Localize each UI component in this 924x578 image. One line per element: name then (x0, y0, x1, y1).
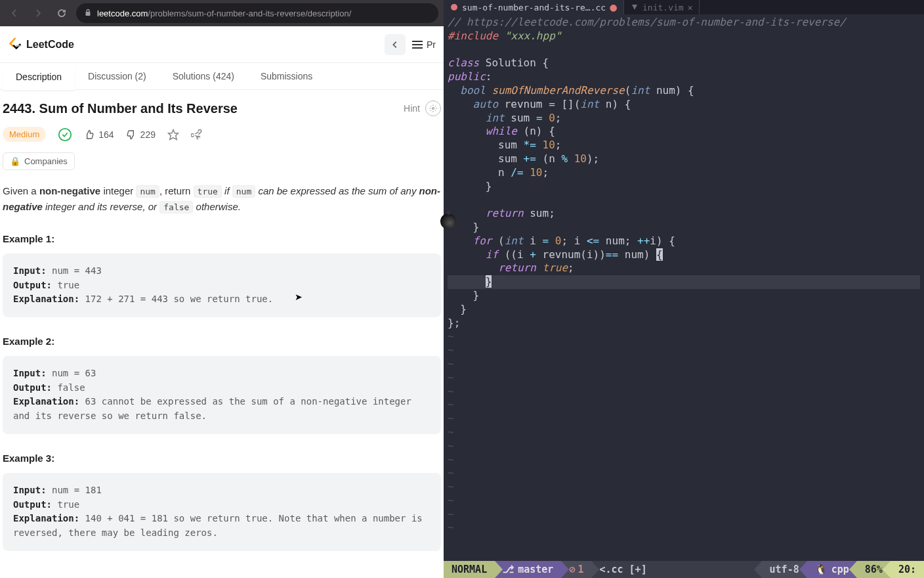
example-2-heading: Example 2: (3, 336, 441, 347)
svg-rect-1 (412, 41, 423, 42)
problem-meta: Medium 164 229 (3, 127, 441, 142)
linux-icon: 🐧 (815, 564, 828, 575)
vim-filename: <.cc [+] (591, 561, 761, 578)
svg-rect-2 (412, 44, 423, 45)
svg-point-7 (451, 4, 457, 11)
companies-tag[interactable]: 🔒Companies (3, 152, 75, 170)
url-bar[interactable]: leetcode.com/problems/sum-of-number-and-… (76, 3, 438, 23)
problem-list-button[interactable]: Pr (412, 39, 436, 50)
url-text: leetcode.com/problems/sum-of-number-and-… (97, 9, 430, 18)
leetcode-header: LeetCode Pr (0, 26, 444, 63)
browser-chrome: leetcode.com/problems/sum-of-number-and-… (0, 0, 444, 26)
svg-rect-0 (86, 12, 91, 16)
vim-icon (631, 3, 639, 11)
share-button[interactable] (191, 129, 203, 141)
vim-tab-1[interactable]: sum-of-number-and-its-re….cc ● (444, 0, 624, 14)
example-1-heading: Example 1: (3, 233, 441, 244)
back-button[interactable] (5, 4, 24, 22)
vim-statusline: NORMAL ⎇master ⊘1 <.cc [+] utf-8 🐧cpp 86… (444, 561, 924, 578)
problem-content: ➤ 2443. Sum of Number and Its Reverse Hi… (0, 90, 444, 578)
prev-problem-button[interactable] (385, 34, 406, 55)
settings-icon[interactable] (425, 100, 441, 116)
tab-solutions[interactable]: Solutions (424) (159, 63, 247, 89)
logo-text: LeetCode (26, 39, 74, 51)
branch-icon: ⎇ (503, 564, 514, 575)
problem-title: 2443. Sum of Number and Its Reverse (3, 101, 238, 116)
problem-tabs: Description Discussion (2) Solutions (42… (0, 63, 444, 90)
solved-icon (58, 127, 72, 142)
like-button[interactable]: 164 (84, 129, 114, 140)
vim-branch: ⎇master (495, 561, 561, 578)
lock-icon: 🔒 (10, 156, 20, 166)
svg-point-5 (59, 128, 71, 140)
example-1-block: Input: num = 443 Output: true Explanatio… (3, 254, 441, 317)
example-3-heading: Example 3: (3, 453, 441, 464)
vim-position: 20: (891, 561, 924, 578)
error-icon: ⊘ (569, 564, 575, 575)
leetcode-logo[interactable]: LeetCode (8, 37, 74, 52)
cpp-icon (450, 3, 458, 11)
code-editor[interactable]: // https://leetcode.com/problems/sum-of-… (444, 14, 924, 561)
bomb-icon (440, 213, 456, 229)
dislike-button[interactable]: 229 (126, 129, 156, 140)
forward-button[interactable] (29, 4, 47, 22)
difficulty-badge: Medium (3, 127, 46, 142)
vim-mode: NORMAL (444, 561, 495, 578)
vim-tabs: sum-of-number-and-its-re….cc ● init.vim … (444, 0, 924, 14)
tab-discussion[interactable]: Discussion (2) (75, 63, 159, 89)
close-icon[interactable]: ✕ (688, 3, 693, 12)
reload-button[interactable] (52, 4, 71, 22)
tab-submissions[interactable]: Submissions (247, 63, 326, 89)
svg-marker-6 (168, 129, 178, 139)
svg-rect-3 (412, 47, 423, 49)
vim-tab-2[interactable]: init.vim ✕ (624, 0, 700, 14)
example-2-block: Input: num = 63 Output: false Explanatio… (3, 356, 441, 434)
favorite-button[interactable] (167, 129, 179, 141)
example-3-block: Input: num = 181 Output: true Explanatio… (3, 473, 441, 551)
hint-button[interactable]: Hint (404, 103, 420, 114)
lock-icon (84, 9, 92, 18)
svg-point-4 (432, 108, 434, 110)
editor-pane: sum-of-number-and-its-re….cc ● init.vim … (444, 0, 924, 578)
tab-description[interactable]: Description (3, 64, 75, 90)
problem-description: Given a non-negative integer num, return… (3, 183, 441, 215)
